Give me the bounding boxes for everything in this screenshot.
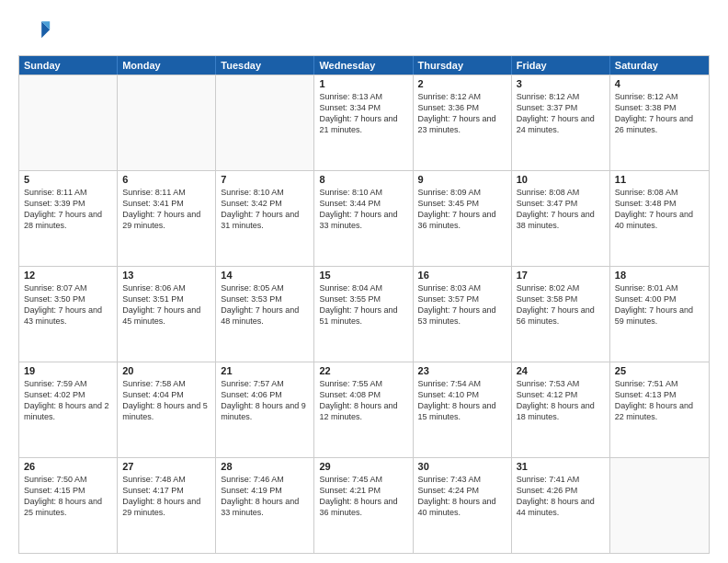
cell-text: Sunrise: 7:58 AMSunset: 4:04 PMDaylight:…: [122, 378, 210, 423]
day-number: 16: [418, 270, 506, 281]
cell-text: Sunrise: 7:43 AMSunset: 4:24 PMDaylight:…: [418, 474, 506, 519]
cell-text: Sunrise: 7:48 AMSunset: 4:17 PMDaylight:…: [122, 474, 210, 519]
day-number: 20: [122, 365, 210, 376]
day-number: 6: [122, 174, 210, 185]
day-number: 2: [418, 78, 506, 89]
cell-text: Sunrise: 8:12 AMSunset: 3:37 PMDaylight:…: [517, 91, 605, 136]
day-number: 29: [319, 461, 407, 472]
cell-text: Sunrise: 8:05 AMSunset: 3:53 PMDaylight:…: [221, 282, 309, 327]
calendar-cell: 2Sunrise: 8:12 AMSunset: 3:36 PMDaylight…: [414, 75, 512, 170]
cell-text: Sunrise: 8:08 AMSunset: 3:48 PMDaylight:…: [615, 187, 704, 232]
cell-text: Sunrise: 8:12 AMSunset: 3:38 PMDaylight:…: [615, 91, 704, 136]
weekday-header: Monday: [118, 56, 216, 75]
day-number: 18: [615, 270, 704, 281]
calendar: SundayMondayTuesdayWednesdayThursdayFrid…: [18, 55, 710, 554]
calendar-cell: 25Sunrise: 7:51 AMSunset: 4:13 PMDayligh…: [610, 362, 709, 457]
cell-text: Sunrise: 7:55 AMSunset: 4:08 PMDaylight:…: [319, 378, 407, 423]
weekday-header: Saturday: [610, 56, 709, 75]
page: SundayMondayTuesdayWednesdayThursdayFrid…: [0, 0, 728, 563]
day-number: 26: [24, 461, 112, 472]
calendar-cell: 23Sunrise: 7:54 AMSunset: 4:10 PMDayligh…: [414, 362, 512, 457]
calendar-cell: 16Sunrise: 8:03 AMSunset: 3:57 PMDayligh…: [414, 267, 512, 362]
cell-text: Sunrise: 8:09 AMSunset: 3:45 PMDaylight:…: [418, 187, 506, 232]
day-number: 22: [319, 365, 407, 376]
calendar-cell: 24Sunrise: 7:53 AMSunset: 4:12 PMDayligh…: [512, 362, 610, 457]
cell-text: Sunrise: 7:41 AMSunset: 4:26 PMDaylight:…: [517, 474, 605, 519]
calendar-cell: 4Sunrise: 8:12 AMSunset: 3:38 PMDaylight…: [610, 75, 709, 170]
cell-text: Sunrise: 8:12 AMSunset: 3:36 PMDaylight:…: [418, 91, 506, 136]
calendar-cell: 14Sunrise: 8:05 AMSunset: 3:53 PMDayligh…: [216, 267, 314, 362]
day-number: 5: [24, 174, 112, 185]
day-number: 1: [319, 78, 407, 89]
calendar-cell: 20Sunrise: 7:58 AMSunset: 4:04 PMDayligh…: [118, 362, 216, 457]
day-number: 7: [221, 174, 309, 185]
calendar-cell: 27Sunrise: 7:48 AMSunset: 4:17 PMDayligh…: [118, 458, 216, 553]
calendar-cell: 11Sunrise: 8:08 AMSunset: 3:48 PMDayligh…: [610, 171, 709, 266]
cell-text: Sunrise: 7:54 AMSunset: 4:10 PMDaylight:…: [418, 378, 506, 423]
day-number: 3: [517, 78, 605, 89]
calendar-cell: 22Sunrise: 7:55 AMSunset: 4:08 PMDayligh…: [314, 362, 413, 457]
day-number: 4: [615, 78, 704, 89]
weekday-header: Wednesday: [314, 56, 413, 75]
weekday-header: Sunday: [19, 56, 118, 75]
cell-text: Sunrise: 8:03 AMSunset: 3:57 PMDaylight:…: [418, 282, 506, 327]
calendar-cell: 1Sunrise: 8:13 AMSunset: 3:34 PMDaylight…: [314, 75, 413, 170]
cell-text: Sunrise: 8:04 AMSunset: 3:55 PMDaylight:…: [319, 282, 407, 327]
cell-text: Sunrise: 8:02 AMSunset: 3:58 PMDaylight:…: [517, 282, 605, 327]
logo: [18, 15, 55, 48]
day-number: 8: [319, 174, 407, 185]
calendar-body: 1Sunrise: 8:13 AMSunset: 3:34 PMDaylight…: [19, 75, 709, 553]
calendar-cell: 31Sunrise: 7:41 AMSunset: 4:26 PMDayligh…: [512, 458, 610, 553]
cell-text: Sunrise: 8:01 AMSunset: 4:00 PMDaylight:…: [615, 282, 704, 327]
calendar-cell: [19, 75, 118, 170]
day-number: 11: [615, 174, 704, 185]
day-number: 15: [319, 270, 407, 281]
cell-text: Sunrise: 7:46 AMSunset: 4:19 PMDaylight:…: [221, 474, 309, 519]
calendar-cell: 3Sunrise: 8:12 AMSunset: 3:37 PMDaylight…: [512, 75, 610, 170]
calendar-cell: [610, 458, 709, 553]
cell-text: Sunrise: 8:10 AMSunset: 3:44 PMDaylight:…: [319, 187, 407, 232]
calendar-cell: 12Sunrise: 8:07 AMSunset: 3:50 PMDayligh…: [19, 267, 118, 362]
calendar-cell: 6Sunrise: 8:11 AMSunset: 3:41 PMDaylight…: [118, 171, 216, 266]
cell-text: Sunrise: 8:06 AMSunset: 3:51 PMDaylight:…: [122, 282, 210, 327]
day-number: 13: [122, 270, 210, 281]
cell-text: Sunrise: 8:07 AMSunset: 3:50 PMDaylight:…: [24, 282, 112, 327]
calendar-cell: 15Sunrise: 8:04 AMSunset: 3:55 PMDayligh…: [314, 267, 413, 362]
day-number: 17: [517, 270, 605, 281]
day-number: 28: [221, 461, 309, 472]
calendar-cell: 19Sunrise: 7:59 AMSunset: 4:02 PMDayligh…: [19, 362, 118, 457]
day-number: 9: [418, 174, 506, 185]
cell-text: Sunrise: 7:57 AMSunset: 4:06 PMDaylight:…: [221, 378, 309, 423]
day-number: 14: [221, 270, 309, 281]
day-number: 30: [418, 461, 506, 472]
calendar-row: 1Sunrise: 8:13 AMSunset: 3:34 PMDaylight…: [19, 75, 709, 170]
calendar-cell: [216, 75, 314, 170]
day-number: 24: [517, 365, 605, 376]
calendar-cell: 30Sunrise: 7:43 AMSunset: 4:24 PMDayligh…: [414, 458, 512, 553]
weekday-header: Thursday: [414, 56, 512, 75]
calendar-cell: 17Sunrise: 8:02 AMSunset: 3:58 PMDayligh…: [512, 267, 610, 362]
calendar-cell: 5Sunrise: 8:11 AMSunset: 3:39 PMDaylight…: [19, 171, 118, 266]
cell-text: Sunrise: 8:11 AMSunset: 3:41 PMDaylight:…: [122, 187, 210, 232]
cell-text: Sunrise: 7:50 AMSunset: 4:15 PMDaylight:…: [24, 474, 112, 519]
header: [18, 15, 710, 48]
calendar-cell: 13Sunrise: 8:06 AMSunset: 3:51 PMDayligh…: [118, 267, 216, 362]
calendar-row: 5Sunrise: 8:11 AMSunset: 3:39 PMDaylight…: [19, 170, 709, 266]
calendar-cell: 18Sunrise: 8:01 AMSunset: 4:00 PMDayligh…: [610, 267, 709, 362]
cell-text: Sunrise: 7:51 AMSunset: 4:13 PMDaylight:…: [615, 378, 704, 423]
calendar-row: 26Sunrise: 7:50 AMSunset: 4:15 PMDayligh…: [19, 457, 709, 553]
logo-icon: [18, 15, 51, 48]
cell-text: Sunrise: 8:08 AMSunset: 3:47 PMDaylight:…: [517, 187, 605, 232]
weekday-header: Tuesday: [216, 56, 314, 75]
day-number: 21: [221, 365, 309, 376]
calendar-cell: 21Sunrise: 7:57 AMSunset: 4:06 PMDayligh…: [216, 362, 314, 457]
cell-text: Sunrise: 7:45 AMSunset: 4:21 PMDaylight:…: [319, 474, 407, 519]
day-number: 23: [418, 365, 506, 376]
calendar-cell: 26Sunrise: 7:50 AMSunset: 4:15 PMDayligh…: [19, 458, 118, 553]
cell-text: Sunrise: 8:11 AMSunset: 3:39 PMDaylight:…: [24, 187, 112, 232]
calendar-cell: 10Sunrise: 8:08 AMSunset: 3:47 PMDayligh…: [512, 171, 610, 266]
calendar-header: SundayMondayTuesdayWednesdayThursdayFrid…: [19, 56, 709, 75]
cell-text: Sunrise: 7:59 AMSunset: 4:02 PMDaylight:…: [24, 378, 112, 423]
day-number: 27: [122, 461, 210, 472]
calendar-cell: 8Sunrise: 8:10 AMSunset: 3:44 PMDaylight…: [314, 171, 413, 266]
